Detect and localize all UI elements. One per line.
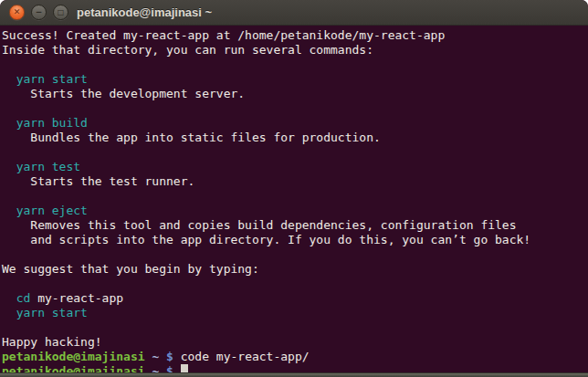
close-icon: ✕ [14,8,21,16]
window-buttons: ✕ − □ [9,5,68,20]
terminal-line: yarn start [2,72,588,87]
terminal-text-segment: yarn eject [16,204,88,217]
terminal-line [2,277,588,291]
terminal-line: Starts the development server. [2,87,588,101]
terminal-line [2,320,588,335]
terminal-text-segment [2,204,16,217]
terminal-text-segment: and scripts into the app directory. If y… [2,233,530,246]
minimize-icon: − [36,8,43,16]
terminal-output: Success! Created my-react-app at /home/p… [0,26,588,377]
terminal-line [2,101,588,116]
terminal-text-segment: Bundles the app into static files for pr… [2,131,381,144]
terminal-line [2,58,588,72]
terminal-line: yarn test [2,160,588,174]
terminal-line: Success! Created my-react-app at /home/p… [2,28,588,43]
terminal-line: and scripts into the app directory. If y… [2,233,588,247]
terminal-line: Inside that directory, you can run sever… [2,43,588,58]
terminal-text-segment: yarn build [16,116,88,130]
terminal-line: yarn build [2,116,588,131]
terminal-text-segment: cd [16,291,31,305]
terminal-text-segment [2,160,16,173]
terminal-text-segment: yarn start [16,72,88,86]
terminal-line: We suggest that you begin by typing: [2,262,588,277]
window-bottom-edge[interactable] [0,372,588,377]
terminal-text-segment: Success! Created my-react-app at /home/p… [2,28,445,42]
terminal-text-segment [2,72,16,86]
terminal-text-segment: Removes this tool and copies build depen… [2,218,517,232]
terminal-line [2,189,588,204]
terminal-screen[interactable]: Success! Created my-react-app at /home/p… [0,26,588,377]
terminal-text-segment: $ [166,350,173,363]
terminal-line: Starts the test runner. [2,174,588,189]
terminal-text-segment: Inside that directory, you can run sever… [2,43,373,57]
terminal-text-segment: yarn test [16,160,80,173]
close-button[interactable]: ✕ [9,5,25,20]
terminal-text-segment [2,291,16,305]
terminal-line: petanikode@imajinasi ~ $ code my-react-a… [2,350,588,364]
titlebar[interactable]: ✕ − □ petanikode@imajinasi ~ [0,0,588,26]
terminal-line: yarn eject [2,204,588,218]
maximize-button[interactable]: □ [53,5,68,20]
terminal-line: yarn start [2,306,588,320]
terminal-text-segment: We suggest that you begin by typing: [2,262,259,276]
terminal-text-segment: Starts the development server. [2,87,245,100]
terminal-window: ✕ − □ petanikode@imajinasi ~ Success! Cr… [0,0,588,377]
terminal-line: Bundles the app into static files for pr… [2,131,588,145]
minimize-button[interactable]: − [31,5,47,20]
terminal-text-segment: Happy hacking! [2,335,102,349]
terminal-text-segment: petanikode@imajinasi [2,350,145,363]
terminal-text-segment [2,306,16,319]
terminal-text-segment [2,116,16,130]
terminal-text-segment: yarn start [16,306,88,319]
terminal-text-segment [159,350,166,363]
terminal-line: cd my-react-app [2,291,588,306]
terminal-text-segment: code my-react-app/ [173,350,310,363]
terminal-text-segment: Starts the test runner. [2,174,194,188]
maximize-icon: □ [58,9,65,16]
terminal-line [2,145,588,160]
terminal-line: Happy hacking! [2,335,588,350]
window-title: petanikode@imajinasi ~ [77,5,212,19]
terminal-line: Removes this tool and copies build depen… [2,218,588,233]
terminal-line [2,247,588,262]
terminal-text-segment: my-react-app [30,291,123,305]
